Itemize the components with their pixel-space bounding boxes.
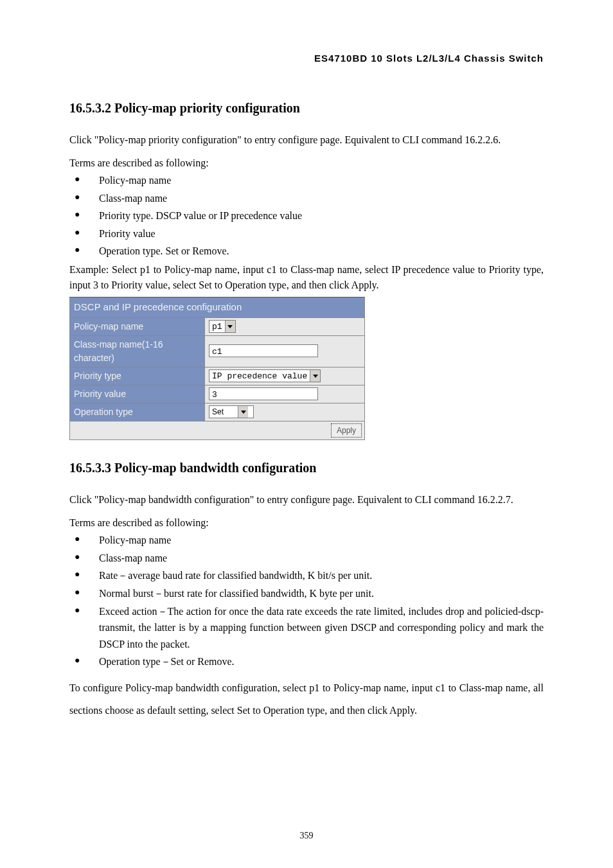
policy-map-name-label: Policy-map name	[70, 317, 205, 335]
section1-para1: Click "Policy-map priority configuration…	[69, 129, 544, 151]
priority-type-label: Priority type	[70, 367, 205, 385]
list-item: Class-map name	[69, 550, 544, 567]
select-value: IP precedence value	[209, 370, 310, 383]
priority-type-select[interactable]: IP precedence value	[209, 369, 321, 382]
class-map-name-label: Class-map name(1-16 character)	[70, 335, 205, 367]
list-item: Policy-map name	[69, 532, 544, 549]
list-item: Rate－average baud rate for classified ba…	[69, 567, 544, 584]
list-item: Policy-map name	[69, 172, 544, 189]
list-item: Operation type. Set or Remove.	[69, 243, 544, 260]
bullet-list-2: Policy-map name Class-map name Rate－aver…	[69, 532, 544, 670]
chevron-down-icon	[225, 321, 235, 332]
terms-intro-2: Terms are described as following:	[69, 515, 544, 531]
class-map-name-input[interactable]: c1	[209, 344, 318, 357]
list-item: Operation type－Set or Remove.	[69, 653, 544, 670]
policy-map-name-select[interactable]: p1	[209, 320, 236, 333]
operation-type-label: Operation type	[70, 403, 205, 421]
dscp-config-table: DSCP and IP precedence configuration Pol…	[69, 297, 365, 440]
section2-para1: Click "Policy-map bandwidth configuratio…	[69, 489, 544, 511]
example-text: Example: Select p1 to Policy-map name, i…	[69, 262, 544, 293]
select-value: p1	[209, 321, 225, 333]
section2-para2: To configure Policy-map bandwidth config…	[69, 677, 544, 722]
list-item: Priority type. DSCP value or IP preceden…	[69, 208, 544, 224]
table-title: DSCP and IP precedence configuration	[70, 297, 365, 318]
list-item: Normal burst－burst rate for classified b…	[69, 585, 544, 602]
operation-type-select[interactable]: Set	[209, 405, 254, 418]
section-heading-2: 16.5.3.3 Policy-map bandwidth configurat…	[69, 458, 544, 477]
bullet-list-1: Policy-map name Class-map name Priority …	[69, 172, 544, 260]
section-heading-1: 16.5.3.2 Policy-map priority configurati…	[69, 98, 544, 118]
list-item: Exceed action－The action for once the da…	[69, 603, 544, 653]
apply-button[interactable]: Apply	[331, 423, 362, 438]
page-number: 359	[0, 829, 613, 842]
list-item: Class-map name	[69, 190, 544, 207]
chevron-down-icon	[238, 406, 248, 418]
select-value: Set	[209, 406, 238, 418]
priority-value-input[interactable]: 3	[209, 387, 318, 400]
chevron-down-icon	[310, 370, 320, 382]
document-header: ES4710BD 10 Slots L2/L3/L4 Chassis Switc…	[69, 51, 544, 66]
list-item: Priority value	[69, 226, 544, 242]
terms-intro-1: Terms are described as following:	[69, 155, 544, 171]
priority-value-label: Priority value	[70, 385, 205, 403]
